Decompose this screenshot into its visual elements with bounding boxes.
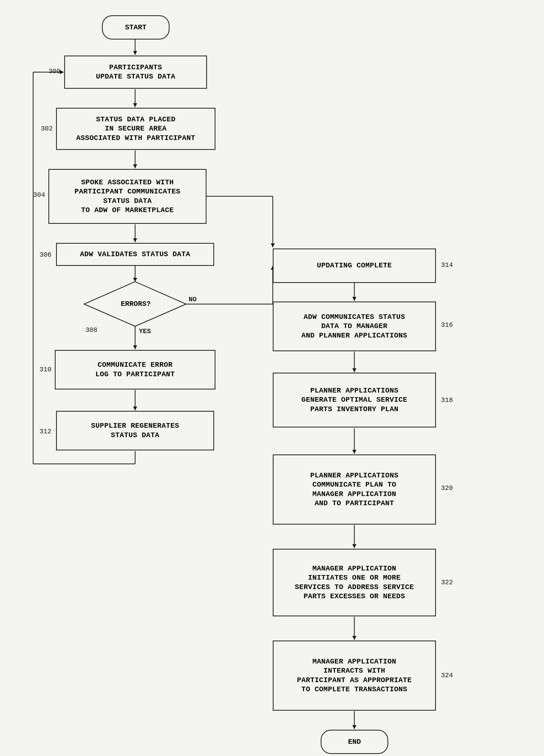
label-310: 310 xyxy=(40,366,51,373)
node-304: SPOKE ASSOCIATED WITH PARTICIPANT COMMUN… xyxy=(48,169,206,224)
diamond-errors-label: ERRORS? xyxy=(112,296,159,312)
label-324: 324 xyxy=(441,672,453,679)
node-320: PLANNER APPLICATIONS COMMUNICATE PLAN TO… xyxy=(273,454,436,525)
node-314: UPDATING COMPLETE xyxy=(273,249,436,283)
svg-marker-11 xyxy=(133,345,137,349)
label-316: 316 xyxy=(441,321,453,329)
node-322: MANAGER APPLICATION INITIATES ONE OR MOR… xyxy=(273,549,436,616)
svg-marker-24 xyxy=(271,243,275,247)
label-308: 308 xyxy=(85,326,97,334)
svg-marker-7 xyxy=(133,238,137,242)
label-322: 322 xyxy=(441,579,453,586)
label-300: 300 xyxy=(48,68,60,75)
label-306: 306 xyxy=(40,251,51,259)
label-no: NO xyxy=(189,296,197,303)
node-324: MANAGER APPLICATION INTERACTS WITH PARTI… xyxy=(273,641,436,711)
svg-marker-28 xyxy=(352,368,356,372)
svg-marker-1 xyxy=(133,51,137,55)
label-yes: YES xyxy=(139,328,151,335)
node-306: ADW VALIDATES STATUS DATA xyxy=(56,243,214,266)
svg-marker-5 xyxy=(133,164,137,168)
node-318: PLANNER APPLICATIONS GENERATE OPTIMAL SE… xyxy=(273,373,436,427)
svg-marker-36 xyxy=(352,725,356,729)
svg-marker-34 xyxy=(352,636,356,640)
node-316: ADW COMMUNICATES STATUS DATA TO MANAGER … xyxy=(273,302,436,351)
svg-marker-37 xyxy=(84,282,186,326)
svg-marker-9 xyxy=(133,278,137,282)
flowchart-diagram: START PARTICIPANTS UPDATE STATUS DATA 30… xyxy=(0,0,544,756)
svg-marker-13 xyxy=(133,407,137,410)
label-314: 314 xyxy=(441,261,453,269)
start-node: START xyxy=(102,15,170,40)
label-312: 312 xyxy=(40,428,51,435)
label-302: 302 xyxy=(41,125,53,133)
label-304: 304 xyxy=(33,191,45,199)
svg-marker-32 xyxy=(352,544,356,548)
end-node: END xyxy=(321,730,388,754)
label-320: 320 xyxy=(441,484,453,492)
label-318: 318 xyxy=(441,396,453,404)
svg-marker-18 xyxy=(60,70,64,74)
node-302: STATUS DATA PLACED IN SECURE AREA ASSOCI… xyxy=(56,108,215,150)
svg-marker-26 xyxy=(352,297,356,301)
node-310: COMMUNICATE ERROR LOG TO PARTICIPANT xyxy=(55,350,215,389)
node-300: PARTICIPANTS UPDATE STATUS DATA xyxy=(64,56,207,89)
node-312: SUPPLIER REGENERATES STATUS DATA xyxy=(56,411,214,450)
svg-marker-3 xyxy=(133,103,137,107)
svg-marker-30 xyxy=(352,450,356,454)
